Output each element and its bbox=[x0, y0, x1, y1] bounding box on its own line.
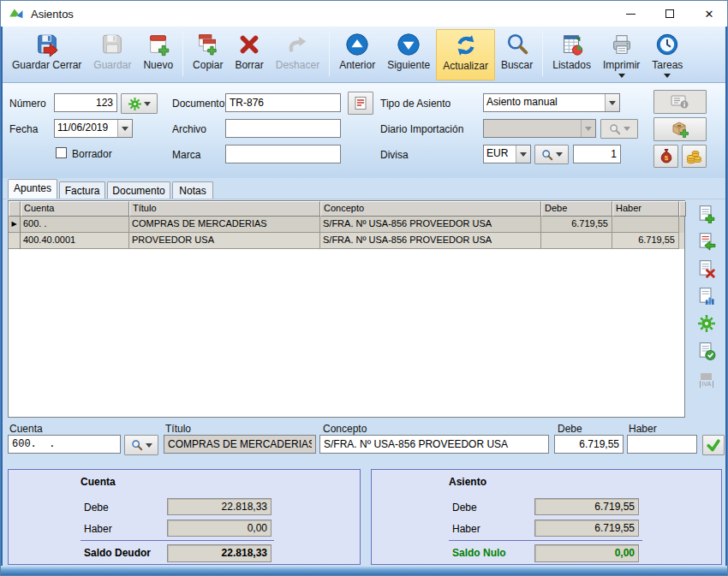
fecha-dropdown[interactable] bbox=[117, 120, 132, 137]
minimize-button[interactable] bbox=[611, 1, 650, 27]
toolbar-buscar[interactable]: Buscar bbox=[495, 29, 539, 80]
toolbar-imprimir[interactable]: Imprimir bbox=[597, 29, 646, 80]
cell-debe[interactable] bbox=[541, 233, 612, 249]
tab-label: Documento bbox=[112, 185, 164, 197]
toolbar-anterior[interactable]: Anterior bbox=[333, 29, 381, 80]
tipo-asiento-combobox[interactable]: Asiento manual bbox=[483, 93, 620, 112]
cell-titulo[interactable]: PROVEEDOR USA bbox=[129, 233, 320, 249]
col-header-titulo[interactable]: Título bbox=[129, 201, 320, 217]
gear-icon bbox=[128, 98, 141, 110]
coins-button[interactable] bbox=[682, 145, 707, 168]
tipo-asiento-dropdown[interactable] bbox=[605, 94, 619, 111]
col-header-concepto[interactable]: Concepto bbox=[320, 201, 541, 217]
toolbar-nuevo[interactable]: Nuevo bbox=[137, 29, 179, 80]
table-row[interactable]: ▶ 600. . COMPRAS DE MERCADERIAS S/FRA. N… bbox=[9, 217, 684, 233]
confirm-apunte-button[interactable] bbox=[702, 435, 725, 455]
toolbar-actualizar[interactable]: Actualizar bbox=[436, 29, 495, 80]
delete-row-button[interactable] bbox=[696, 258, 717, 279]
col-header-debe[interactable]: Debe bbox=[541, 201, 612, 217]
col-header-haber[interactable]: Haber bbox=[612, 201, 679, 217]
toolbar-label: Guardar bbox=[93, 59, 131, 71]
gear-icon bbox=[698, 315, 715, 332]
tab-documento[interactable]: Documento bbox=[107, 181, 170, 199]
cell-haber[interactable] bbox=[612, 217, 679, 233]
dropdown-arrow-icon bbox=[556, 152, 563, 157]
table-row[interactable]: 400.40.0001 PROVEEDOR USA S/FRA. Nº USA-… bbox=[9, 233, 684, 249]
search-small-icon bbox=[131, 439, 143, 451]
cell-cuenta[interactable]: 600. . bbox=[21, 217, 129, 233]
toolbar: Guardar Cerrar Guardar Nu bbox=[1, 27, 728, 83]
cuenta-haber-label: Haber bbox=[84, 523, 112, 535]
editor-cuenta-input[interactable] bbox=[8, 435, 121, 454]
money-bag-button[interactable]: $ bbox=[653, 145, 678, 168]
grid-header-row: Cuenta Título Concepto Debe Haber bbox=[9, 201, 684, 217]
numero-input[interactable] bbox=[54, 93, 117, 112]
asiento-debe-label: Debe bbox=[452, 502, 477, 514]
cell-concepto[interactable]: S/FRA. Nº USA-856 PROVEEDOR USA bbox=[320, 233, 541, 249]
toolbar-separator bbox=[182, 32, 183, 76]
divisa-search-button[interactable] bbox=[534, 145, 569, 164]
add-package-button[interactable] bbox=[653, 117, 707, 141]
asiento-haber-value: 6.719,55 bbox=[534, 520, 639, 537]
documento-input[interactable] bbox=[225, 93, 341, 112]
toolbar-deshacer[interactable]: Deshacer bbox=[270, 29, 325, 80]
divisa-dropdown[interactable] bbox=[516, 145, 530, 163]
grid-row-filler bbox=[679, 233, 684, 249]
check-icon bbox=[706, 438, 721, 452]
divisa-rate-input[interactable] bbox=[573, 145, 621, 163]
editor-debe-input[interactable] bbox=[554, 435, 624, 454]
insert-row-button[interactable] bbox=[696, 231, 717, 252]
fecha-label: Fecha bbox=[9, 123, 38, 135]
toolbar-tareas[interactable]: Tareas bbox=[646, 29, 689, 80]
borrador-checkbox[interactable] bbox=[56, 147, 67, 158]
validate-entry-button[interactable] bbox=[696, 341, 717, 361]
saldo-divider bbox=[81, 540, 274, 541]
cell-debe[interactable]: 6.719,55 bbox=[541, 217, 612, 233]
toolbar-siguiente[interactable]: Siguiente bbox=[381, 29, 436, 80]
cell-titulo[interactable]: COMPRAS DE MERCADERIAS bbox=[129, 217, 320, 233]
editor-concepto-input[interactable] bbox=[319, 435, 549, 454]
toolbar-label: Buscar bbox=[501, 59, 533, 71]
account-info-button[interactable] bbox=[653, 90, 707, 114]
toolbar-copiar[interactable]: Copiar bbox=[187, 29, 229, 80]
documento-notes-button[interactable] bbox=[348, 92, 373, 115]
toolbar-borrar[interactable]: Borrar bbox=[229, 29, 269, 80]
iva-button[interactable]: IVA bbox=[696, 370, 717, 390]
editor-cuenta-search-button[interactable] bbox=[124, 435, 158, 455]
close-button[interactable]: ✕ bbox=[689, 1, 728, 27]
toolbar-guardar-cerrar[interactable]: Guardar Cerrar bbox=[6, 29, 87, 80]
diario-importacion-combobox[interactable] bbox=[483, 119, 596, 138]
diario-importacion-dropdown[interactable] bbox=[581, 120, 595, 137]
numero-label: Número bbox=[9, 98, 46, 110]
cell-cuenta[interactable]: 400.40.0001 bbox=[21, 233, 129, 249]
refresh-icon bbox=[452, 32, 480, 59]
fecha-datepicker[interactable]: 11/06/2019 bbox=[54, 119, 133, 138]
saldo-nulo-value: 0,00 bbox=[534, 544, 639, 562]
toolbar-listados[interactable]: Listados bbox=[546, 29, 597, 80]
new-icon bbox=[145, 31, 172, 58]
saldo-deudor-label: Saldo Deudor bbox=[84, 547, 151, 559]
apuntes-grid[interactable]: Cuenta Título Concepto Debe Haber ▶ 600.… bbox=[8, 200, 685, 418]
tab-label: Apuntes bbox=[14, 182, 51, 194]
fecha-value: 11/06/2019 bbox=[55, 120, 117, 137]
numero-gear-dropdown-button[interactable] bbox=[121, 93, 158, 114]
tab-notas[interactable]: Notas bbox=[172, 181, 213, 199]
cuenta-debe-value: 22.818,33 bbox=[167, 498, 272, 515]
grid-header-filler bbox=[679, 201, 686, 217]
tab-apuntes[interactable]: Apuntes bbox=[8, 179, 57, 199]
maximize-button[interactable] bbox=[650, 1, 689, 27]
archivo-input[interactable] bbox=[225, 119, 341, 138]
marca-input[interactable] bbox=[225, 145, 341, 163]
grid-settings-button[interactable] bbox=[696, 313, 717, 334]
cuenta-haber-value: 0,00 bbox=[167, 520, 272, 537]
col-header-cuenta[interactable]: Cuenta bbox=[21, 201, 129, 217]
diario-importacion-search-button[interactable] bbox=[600, 119, 638, 139]
row-report-button[interactable] bbox=[696, 286, 717, 306]
tab-factura[interactable]: Factura bbox=[59, 181, 105, 199]
toolbar-guardar[interactable]: Guardar bbox=[87, 29, 137, 80]
divisa-combobox[interactable]: EUR bbox=[483, 145, 531, 163]
add-row-button[interactable] bbox=[696, 204, 717, 224]
cell-haber[interactable]: 6.719,55 bbox=[612, 233, 679, 249]
editor-haber-input[interactable] bbox=[627, 435, 697, 454]
cell-concepto[interactable]: S/FRA. Nº USA-856 PROVEEDOR USA bbox=[320, 217, 541, 233]
